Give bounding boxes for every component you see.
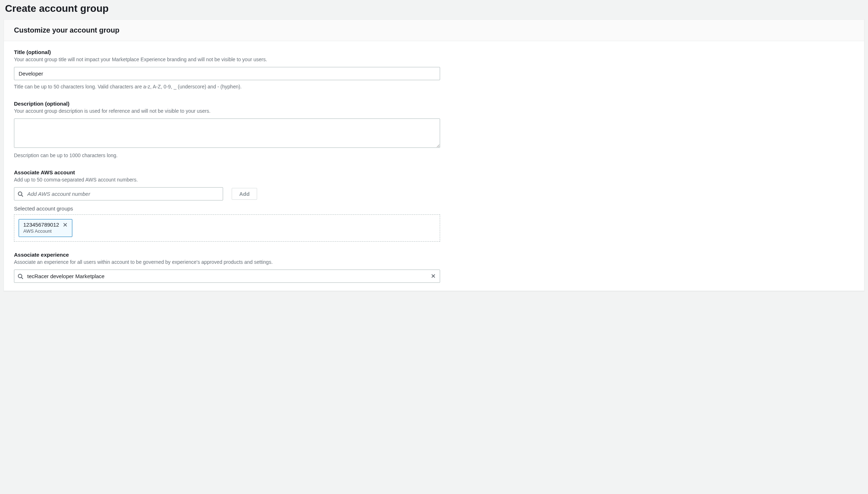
associate-experience-section: Associate experience Associate an experi… [14,252,854,283]
close-icon[interactable] [431,273,437,279]
account-chip-type: AWS Account [23,228,68,234]
title-input[interactable] [14,67,440,80]
experience-input[interactable] [14,270,440,283]
description-input[interactable] [14,118,440,148]
title-help: Your account group title will not impact… [14,56,854,63]
card-header-title: Customize your account group [14,26,854,34]
description-label: Description (optional) [14,101,854,107]
svg-point-0 [18,192,22,195]
description-hint: Description can be up to 1000 characters… [14,152,854,159]
selected-groups-box: 123456789012 AWS Account [14,214,440,242]
title-label: Title (optional) [14,49,854,55]
associate-account-help: Add up to 50 comma-separated AWS account… [14,176,854,184]
svg-line-5 [21,277,23,279]
selected-groups-label: Selected account groups [14,205,854,212]
associate-account-section: Associate AWS account Add up to 50 comma… [14,169,854,242]
title-hint: Title can be up to 50 characters long. V… [14,83,854,91]
associate-experience-label: Associate experience [14,252,854,258]
search-icon [18,191,23,197]
add-button[interactable]: Add [232,188,257,200]
associate-account-label: Associate AWS account [14,169,854,175]
svg-line-1 [21,195,23,197]
customize-card: Customize your account group Title (opti… [4,19,864,291]
account-chip-number: 123456789012 [23,222,59,228]
description-section: Description (optional) Your account grou… [14,101,854,159]
svg-point-4 [18,274,22,278]
close-icon[interactable] [63,222,68,227]
page-title: Create account group [0,0,868,19]
card-header: Customize your account group [4,20,864,41]
associate-experience-help: Associate an experience for all users wi… [14,258,854,266]
account-chip: 123456789012 AWS Account [19,219,72,237]
description-help: Your account group description is used f… [14,107,854,115]
aws-account-input[interactable] [14,187,223,200]
title-section: Title (optional) Your account group titl… [14,49,854,91]
search-icon [18,273,23,279]
